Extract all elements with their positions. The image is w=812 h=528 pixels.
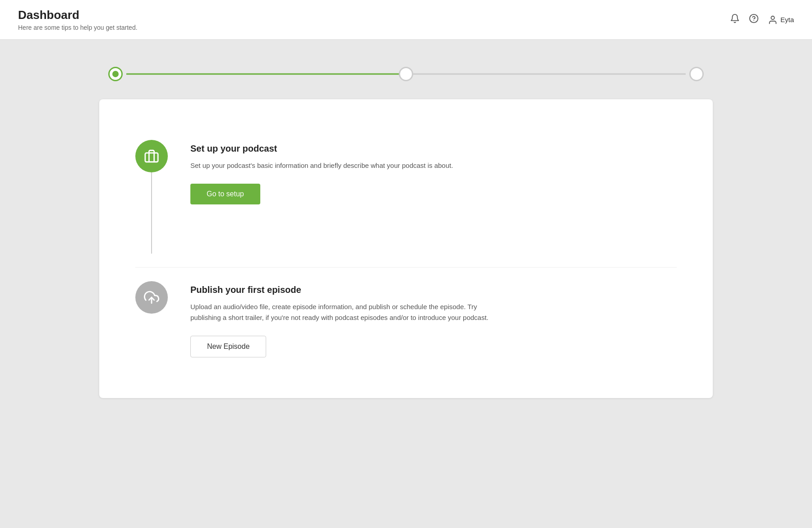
step-1-description: Set up your podcast's basic information … bbox=[190, 160, 506, 171]
step-2-description: Upload an audio/video file, create episo… bbox=[190, 301, 506, 323]
page-subtitle: Here are some tips to help you get start… bbox=[18, 24, 138, 31]
step-connector-1 bbox=[151, 172, 152, 254]
header-right: Eyta bbox=[730, 14, 794, 26]
progress-steps bbox=[108, 67, 704, 81]
notification-icon[interactable] bbox=[730, 14, 740, 26]
step-publish-episode: Publish your first episode Upload an aud… bbox=[135, 267, 677, 371]
page-title: Dashboard bbox=[18, 8, 138, 22]
progress-bar bbox=[99, 67, 713, 81]
upload-icon bbox=[144, 290, 159, 305]
progress-step-3 bbox=[689, 67, 704, 81]
step-1-icon-circle bbox=[135, 140, 168, 172]
user-name: Eyta bbox=[780, 16, 794, 23]
svg-rect-3 bbox=[145, 153, 158, 162]
new-episode-button[interactable]: New Episode bbox=[190, 336, 266, 357]
briefcase-icon bbox=[144, 148, 159, 164]
go-to-setup-button[interactable]: Go to setup bbox=[190, 184, 260, 204]
step-1-title: Set up your podcast bbox=[190, 144, 677, 154]
user-icon bbox=[768, 15, 778, 25]
progress-step-2 bbox=[399, 67, 413, 81]
svg-point-2 bbox=[771, 16, 774, 19]
header-left: Dashboard Here are some tips to help you… bbox=[18, 8, 138, 31]
step-1-icon-wrapper bbox=[135, 140, 168, 254]
step-inner-1 bbox=[112, 71, 119, 77]
step-2-content: Publish your first episode Upload an aud… bbox=[190, 281, 677, 357]
step-2-title: Publish your first episode bbox=[190, 285, 677, 295]
help-icon[interactable] bbox=[749, 14, 759, 26]
progress-step-1 bbox=[108, 67, 123, 81]
step-2-icon-wrapper bbox=[135, 281, 168, 314]
step-1-content: Set up your podcast Set up your podcast'… bbox=[190, 140, 677, 204]
step-2-icon-circle bbox=[135, 281, 168, 314]
steps-card: Set up your podcast Set up your podcast'… bbox=[99, 99, 713, 398]
main-content: Set up your podcast Set up your podcast'… bbox=[0, 40, 812, 425]
step-setup-podcast: Set up your podcast Set up your podcast'… bbox=[135, 126, 677, 267]
user-menu[interactable]: Eyta bbox=[768, 15, 794, 25]
header: Dashboard Here are some tips to help you… bbox=[0, 0, 812, 40]
